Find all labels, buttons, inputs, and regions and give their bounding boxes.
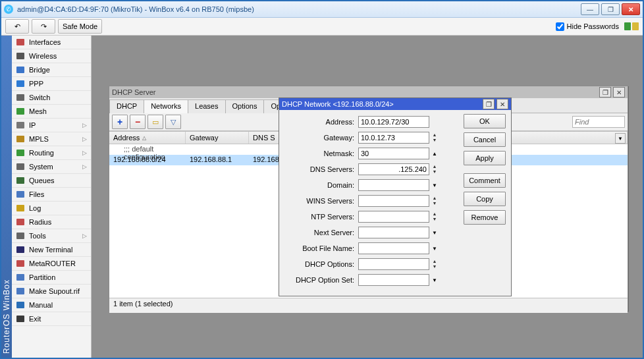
menu-item-manual[interactable]: Manual (12, 298, 91, 312)
dns-spinner[interactable]: ▲▼ (431, 164, 439, 175)
menu-item-radius[interactable]: Radius (12, 215, 91, 229)
cancel-button[interactable]: Cancel (464, 132, 506, 147)
menu-label: System (29, 163, 53, 171)
boot-file-input[interactable] (358, 242, 429, 254)
dhcp-server-maximize[interactable]: ❐ (599, 87, 611, 97)
svg-rect-18 (16, 288, 24, 294)
comment-dialog-button[interactable]: Comment (464, 173, 506, 188)
next-server-expand-icon[interactable]: ▼ (431, 230, 439, 236)
ntp-spinner[interactable]: ▲▼ (431, 211, 439, 222)
svg-rect-11 (16, 191, 24, 198)
dhcp-option-set-input[interactable] (358, 274, 429, 286)
dhcp-option-set-expand-icon[interactable]: ▼ (431, 277, 439, 283)
apply-button[interactable]: Apply (464, 151, 506, 165)
menu-item-partition[interactable]: Partition (12, 271, 91, 285)
tab-options[interactable]: Options (225, 99, 265, 113)
ntp-input[interactable] (358, 211, 429, 223)
copy-button[interactable]: Copy (464, 192, 506, 206)
tab-dhcp[interactable]: DHCP (109, 99, 144, 113)
find-input[interactable] (572, 116, 625, 128)
tab-leases[interactable]: Leases (188, 99, 225, 113)
undo-button[interactable]: ↶ (5, 19, 29, 34)
system-icon (16, 163, 25, 171)
hide-passwords-toggle[interactable]: Hide Passwords (556, 22, 619, 31)
brand-sidebar: RouterOS WinBox (1, 36, 12, 358)
address-input[interactable] (358, 116, 429, 128)
gateway-spinner[interactable]: ▲▼ (431, 132, 439, 143)
remove-dialog-button[interactable]: Remove (464, 210, 506, 225)
minimize-button[interactable]: — (581, 3, 599, 15)
menu-item-switch[interactable]: Switch (12, 91, 91, 105)
ppp-icon (16, 80, 25, 88)
dhcp-network-titlebar[interactable]: DHCP Network <192.168.88.0/24> ❐ ✕ (279, 98, 511, 110)
ok-button[interactable]: OK (464, 114, 506, 128)
menu-item-make-supout-rif[interactable]: Make Supout.rif (12, 285, 91, 298)
col-address[interactable]: Address△ (109, 132, 186, 144)
svg-rect-2 (16, 67, 24, 73)
wins-input[interactable] (358, 195, 429, 207)
wireless-icon (16, 52, 25, 60)
menu-item-new-terminal[interactable]: New Terminal (12, 243, 91, 257)
svg-rect-12 (16, 205, 24, 211)
dhcp-options-input[interactable] (358, 258, 429, 270)
dns-input[interactable] (358, 163, 429, 175)
dhcp-options-spinner[interactable]: ▲▼ (431, 259, 439, 269)
filter-button[interactable]: ▽ (165, 115, 181, 129)
menu-label: IP (29, 121, 36, 129)
netmask-input[interactable] (358, 148, 429, 159)
columns-dropdown-icon[interactable]: ▼ (615, 133, 626, 144)
menu-item-routing[interactable]: Routing▷ (12, 146, 91, 160)
exit-icon (16, 315, 25, 323)
remove-button[interactable]: − (130, 115, 146, 129)
menu-item-ip[interactable]: IP▷ (12, 119, 91, 132)
gateway-input[interactable] (358, 132, 429, 144)
menu-item-queues[interactable]: Queues (12, 174, 91, 188)
next-server-input[interactable] (358, 227, 429, 238)
menu-label: MetaROUTER (29, 260, 76, 267)
dhcp-network-close[interactable]: ✕ (496, 99, 508, 109)
close-button[interactable]: ✕ (622, 3, 640, 15)
redo-button[interactable]: ↷ (32, 19, 55, 34)
add-button[interactable]: + (112, 115, 128, 129)
menu-label: Bridge (29, 66, 50, 74)
svg-rect-17 (16, 274, 24, 281)
menu-item-ppp[interactable]: PPP (12, 77, 91, 91)
menu-item-files[interactable]: Files (12, 188, 91, 202)
menu-item-bridge[interactable]: Bridge (12, 63, 91, 77)
domain-expand-icon[interactable]: ▼ (431, 182, 439, 188)
comment-button[interactable]: ▭ (148, 115, 163, 129)
workspace: DHCP Server ❐ ✕ DHCP Networks Leases Opt… (92, 36, 643, 358)
menu-label: Files (29, 190, 44, 198)
safe-mode-button[interactable]: Safe Mode (58, 19, 102, 34)
titlebar: ✆ admin@D4:CA:6D:D4:9F:70 (MikroTik) - W… (1, 1, 643, 18)
boot-file-expand-icon[interactable]: ▼ (431, 246, 439, 252)
menu-item-exit[interactable]: Exit (12, 312, 91, 326)
menu-item-system[interactable]: System▷ (12, 160, 91, 174)
menu-item-interfaces[interactable]: Interfaces (12, 36, 91, 49)
menu-item-mesh[interactable]: Mesh (12, 105, 91, 119)
menu-label: PPP (29, 80, 43, 88)
tab-networks[interactable]: Networks (144, 99, 188, 113)
menu-item-wireless[interactable]: Wireless (12, 49, 91, 63)
col-gateway[interactable]: Gateway (186, 132, 249, 144)
bridge-icon (16, 66, 25, 74)
dhcp-server-close[interactable]: ✕ (613, 87, 625, 97)
domain-input[interactable] (358, 179, 429, 191)
dhcp-network-maximize[interactable]: ❐ (483, 99, 495, 109)
menu-item-tools[interactable]: Tools▷ (12, 229, 91, 243)
menu-label: Queues (29, 177, 55, 184)
dhcp-server-titlebar[interactable]: DHCP Server ❐ ✕ (109, 86, 628, 98)
interfaces-icon (16, 38, 25, 46)
menu-item-log[interactable]: Log (12, 202, 91, 215)
wins-spinner[interactable]: ▲▼ (431, 196, 439, 206)
netmask-collapse-icon[interactable]: ▲ (431, 151, 439, 157)
menu-item-metarouter[interactable]: MetaROUTER (12, 257, 91, 271)
menu-label: Radius (29, 218, 51, 226)
metarouter-icon (16, 260, 25, 267)
submenu-chevron-icon: ▷ (82, 150, 87, 156)
cell-address: 192.168.88.0/24 (109, 155, 186, 165)
menu-item-mpls[interactable]: MPLS▷ (12, 132, 91, 146)
hide-passwords-checkbox[interactable] (556, 22, 564, 31)
maximize-button[interactable]: ❐ (601, 3, 620, 15)
queues-icon (16, 177, 25, 184)
